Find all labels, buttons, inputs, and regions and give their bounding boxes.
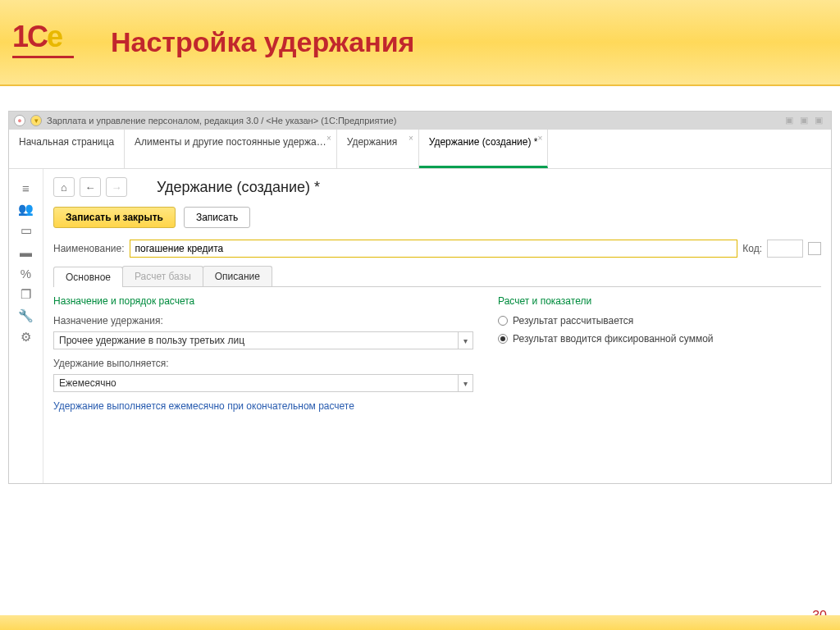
titlebar-dropdown-icon[interactable]: ▾ <box>30 115 42 126</box>
left-rail: ≡ 👥 ▭ ▬ % ❐ 🔧 ⚙ <box>9 169 43 483</box>
save-close-button[interactable]: Записать и закрыть <box>53 207 176 228</box>
page-title: Удержание (создание) * <box>157 179 320 196</box>
rail-card-icon[interactable]: ▭ <box>9 220 43 241</box>
rail-people-icon[interactable]: 👥 <box>9 199 43 220</box>
tab-home[interactable]: Начальная страница <box>9 130 125 168</box>
radio-calculated[interactable]: Результат рассчитывается <box>498 315 821 326</box>
purpose-label: Назначение удержания: <box>53 315 473 326</box>
nav-row: ⌂ ← → Удержание (создание) * <box>53 177 821 197</box>
section-purpose: Назначение и порядок расчета <box>53 295 473 307</box>
purpose-select[interactable]: Прочее удержание в пользу третьих лиц ▾ <box>53 331 473 349</box>
rail-copy-icon[interactable]: ❐ <box>9 284 43 305</box>
period-select[interactable]: Ежемесячно ▾ <box>53 374 473 392</box>
forward-button[interactable]: → <box>106 177 127 197</box>
chevron-down-icon: ▾ <box>458 332 472 349</box>
rail-wrench-icon[interactable]: 🔧 <box>9 305 43 326</box>
chevron-down-icon: ▾ <box>458 375 472 391</box>
left-column: Назначение и порядок расчета Назначение … <box>53 295 473 412</box>
code-label: Код: <box>742 243 762 254</box>
period-label: Удержание выполняется: <box>53 358 473 369</box>
name-input[interactable] <box>130 240 738 258</box>
name-row: Наименование: Код: <box>53 240 821 258</box>
period-hint: Удержание выполняется ежемесячно при око… <box>53 400 473 412</box>
inner-tabs: Основное Расчет базы Описание <box>53 266 821 287</box>
app-window: ● ▾ Зарплата и управление персоналом, ре… <box>8 111 832 484</box>
inner-tab-base[interactable]: Расчет базы <box>122 266 203 286</box>
titlebar-right-icons: ▣ ▣ ▣ <box>785 115 826 126</box>
radio-fixed[interactable]: Результат вводится фиксированной суммой <box>498 333 821 345</box>
code-input[interactable] <box>767 240 803 258</box>
rail-card2-icon[interactable]: ▬ <box>9 241 43 262</box>
content-area: ⌂ ← → Удержание (создание) * Записать и … <box>43 169 831 483</box>
slide-header: 1Ce Настройка удержания <box>0 0 840 86</box>
close-icon[interactable]: × <box>538 133 543 144</box>
radio-icon <box>498 334 508 344</box>
rail-percent-icon[interactable]: % <box>9 262 43 284</box>
section-calc: Расчет и показатели <box>498 295 821 307</box>
flag-checkbox[interactable] <box>808 242 821 255</box>
footer-bar <box>0 615 840 630</box>
back-button[interactable]: ← <box>80 177 101 197</box>
titlebar-icon[interactable]: ▣ <box>815 115 826 126</box>
top-tabs: Начальная страница Алименты и другие пос… <box>9 130 831 169</box>
app-title-text: Зарплата и управление персоналом, редакц… <box>47 116 396 126</box>
right-column: Расчет и показатели Результат рассчитыва… <box>498 295 821 412</box>
period-value: Ежемесячно <box>54 377 121 389</box>
inner-tab-desc[interactable]: Описание <box>203 266 272 286</box>
close-icon[interactable]: × <box>409 133 413 144</box>
rail-gear-icon[interactable]: ⚙ <box>9 326 43 348</box>
close-icon[interactable]: × <box>326 133 331 144</box>
radio-label: Результат вводится фиксированной суммой <box>513 333 713 345</box>
purpose-value: Прочее удержание в пользу третьих лиц <box>54 335 249 346</box>
inner-tab-main[interactable]: Основное <box>53 267 123 287</box>
save-button[interactable]: Записать <box>184 207 250 228</box>
name-label: Наименование: <box>53 243 125 254</box>
titlebar-close-icon[interactable]: ● <box>14 115 25 126</box>
tab-deduction-create[interactable]: Удержание (создание) *× <box>419 130 549 168</box>
rail-menu-icon[interactable]: ≡ <box>9 177 43 199</box>
radio-label: Результат рассчитывается <box>513 315 633 326</box>
button-bar: Записать и закрыть Записать <box>53 207 821 228</box>
home-button[interactable]: ⌂ <box>53 177 75 197</box>
slide-title: Настройка удержания <box>111 26 414 58</box>
titlebar-icon[interactable]: ▣ <box>785 115 797 126</box>
workspace: ≡ 👥 ▭ ▬ % ❐ 🔧 ⚙ ⌂ ← → Удержание (создани… <box>9 169 831 483</box>
app-titlebar: ● ▾ Зарплата и управление персоналом, ре… <box>9 112 831 130</box>
columns: Назначение и порядок расчета Назначение … <box>53 295 821 412</box>
titlebar-icon[interactable]: ▣ <box>800 115 811 126</box>
logo-1c: 1Ce <box>12 20 78 65</box>
tab-alimony[interactable]: Алименты и другие постоянные удержа…× <box>125 130 337 168</box>
radio-icon <box>498 316 508 326</box>
tab-deductions[interactable]: Удержания× <box>337 130 419 168</box>
